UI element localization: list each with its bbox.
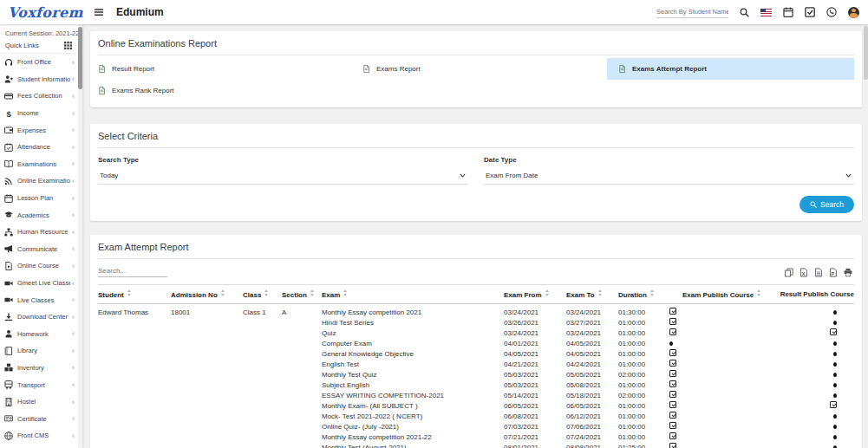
published-check-icon <box>830 328 837 335</box>
sidebar-item-label: Library <box>17 347 70 354</box>
exam-cell: Monthly Exam- (All SUBJECT ) <box>322 401 504 412</box>
sidebar-item-inventory[interactable]: Inventory‹ <box>0 360 82 377</box>
sidebar-item-certificate[interactable]: Certificate‹ <box>0 410 82 427</box>
column-header-result-publish-course[interactable]: Result Publish Course <box>773 285 854 304</box>
chevron-left-icon: ‹ <box>72 280 75 287</box>
result-publish-cell <box>773 360 854 370</box>
sidebar-item-attendance[interactable]: Attendance‹ <box>0 139 82 156</box>
sidebar-item-online-examinations[interactable]: Online Examinations‹ <box>0 172 82 190</box>
sidebar-item-student-information[interactable]: Student Information‹ <box>0 71 82 88</box>
sidebar-item-label: Online Course <box>17 262 70 269</box>
chevron-left-icon: ‹ <box>72 93 75 100</box>
sidebar-item-label: Download Center <box>17 313 70 321</box>
column-header-exam-to[interactable]: Exam To <box>566 285 618 304</box>
sidebar-item-academics[interactable]: Academics‹ <box>0 206 82 224</box>
sidebar-item-income[interactable]: $Income‹ <box>0 105 82 122</box>
search-button-label: Search <box>820 200 844 209</box>
sidebar-item-label: Academics <box>17 211 70 219</box>
sidebar-item-front-cms[interactable]: Front CMS‹ <box>0 427 82 445</box>
column-header-student[interactable]: Student <box>98 285 171 304</box>
report-link-exams-rank-report[interactable]: Exams Rank Report <box>98 80 353 101</box>
result-publish-cell <box>773 303 854 318</box>
quick-links[interactable]: Quick Links <box>0 37 82 54</box>
column-header-exam[interactable]: Exam <box>322 285 504 304</box>
student-search-input[interactable] <box>656 6 728 18</box>
exam-cell: Subject English <box>322 380 504 391</box>
sidebar-item-online-course[interactable]: Online Course‹ <box>0 257 82 275</box>
column-header-exam-publish-course[interactable]: Exam Publish Course <box>665 285 773 304</box>
sort-icon <box>264 289 268 296</box>
chevron-left-icon: ‹ <box>72 178 75 185</box>
duration-cell: 01:30:00 <box>618 303 665 318</box>
pdf-icon[interactable]: P <box>829 268 838 277</box>
column-header-class[interactable]: Class <box>243 285 282 304</box>
sidebar-item-expenses[interactable]: Expenses‹ <box>0 121 82 139</box>
sidebar-scrollbar[interactable] <box>78 24 82 448</box>
exam-publish-cell <box>665 370 773 380</box>
app-title: Edumium <box>116 6 164 18</box>
search-button[interactable]: Search <box>799 196 854 213</box>
published-check-icon <box>669 422 676 429</box>
search-icon[interactable] <box>740 8 749 17</box>
report-link-exams-attempt-report[interactable]: Exams Attempt Report <box>607 58 854 80</box>
sidebar-item-examinations[interactable]: Examinations‹ <box>0 156 82 173</box>
sidebar-item-label: Fees Collection <box>17 92 70 100</box>
report-link-exams-report[interactable]: Exams Report <box>353 58 607 80</box>
sort-icon <box>598 289 602 296</box>
not-published-icon <box>833 352 837 356</box>
exam-from-cell: 06/05/2021 <box>504 401 566 412</box>
chevron-left-icon: ‹ <box>72 59 75 66</box>
table-search-input[interactable] <box>98 265 167 277</box>
exam-to-cell: 03/27/2021 <box>566 318 618 328</box>
svg-text:$: $ <box>6 109 11 118</box>
task-check-icon[interactable] <box>805 7 815 17</box>
not-published-icon <box>833 373 837 377</box>
column-header-label: Duration <box>618 291 647 299</box>
sidebar-item-front-office[interactable]: Front Office‹ <box>0 54 82 71</box>
video-camera-icon <box>4 279 13 288</box>
exam-publish-cell <box>665 401 773 412</box>
exam-cell: Monthly Essay competition 2021-22 <box>322 432 504 443</box>
column-header-exam-from[interactable]: Exam From <box>504 285 566 304</box>
sidebar-item-lesson-plan[interactable]: Lesson Plan‹ <box>0 190 82 207</box>
grid-icon[interactable] <box>64 42 72 49</box>
result-publish-cell <box>773 391 854 401</box>
us-flag-icon[interactable] <box>760 9 772 16</box>
file-video-icon <box>4 262 13 270</box>
sidebar-item-communicate[interactable]: Communicate‹ <box>0 241 82 258</box>
chevron-left-icon: ‹ <box>72 211 75 218</box>
sidebar-item-human-resource[interactable]: Human Resource‹ <box>0 224 82 241</box>
excel-icon[interactable]: X <box>799 268 808 277</box>
column-header-duration[interactable]: Duration <box>618 285 665 304</box>
calendar-icon[interactable] <box>783 7 793 17</box>
whatsapp-icon[interactable] <box>826 7 837 17</box>
column-header-admission-no[interactable]: Admission No <box>171 285 243 304</box>
credit-card-icon <box>4 92 13 101</box>
sidebar-item-homework[interactable]: Homework‹ <box>0 326 82 343</box>
video-camera-icon <box>4 295 13 304</box>
print-icon[interactable] <box>844 268 852 277</box>
sidebar-item-library[interactable]: Library‹ <box>0 342 82 360</box>
sidebar-item-transport[interactable]: Transport‹ <box>0 376 82 393</box>
sidebar-item-gmeet-live-classes[interactable]: Gmeet Live Classes‹ <box>0 275 82 292</box>
chevron-left-icon: ‹ <box>72 415 75 422</box>
duration-cell: 01:00:00 <box>618 380 665 391</box>
column-header-section[interactable]: Section <box>282 285 322 304</box>
sidebar-item-hostel[interactable]: Hostel‹ <box>0 393 82 411</box>
sidebar-item-download-center[interactable]: Download Center‹ <box>0 308 82 326</box>
sidebar-item-fees-collection[interactable]: Fees Collection‹ <box>0 88 82 105</box>
user-avatar-icon[interactable] <box>848 7 859 18</box>
date-type-label: Date Type <box>484 156 854 164</box>
search-type-select[interactable]: Today <box>98 164 468 185</box>
sort-icon <box>310 289 314 296</box>
main-scrollbar[interactable] <box>864 24 868 448</box>
building-icon <box>4 398 13 406</box>
report-nav-card: Online Examinations Report Result Report… <box>90 31 862 107</box>
date-type-select[interactable]: Exam From Date <box>484 164 854 185</box>
hamburger-menu-icon[interactable] <box>95 8 103 16</box>
copy-icon[interactable] <box>785 268 793 277</box>
sidebar-item-live-classes[interactable]: Live Classes‹ <box>0 291 82 308</box>
report-link-result-report[interactable]: Result Report <box>98 58 353 80</box>
csv-icon[interactable] <box>814 268 823 277</box>
not-published-icon <box>833 310 837 315</box>
